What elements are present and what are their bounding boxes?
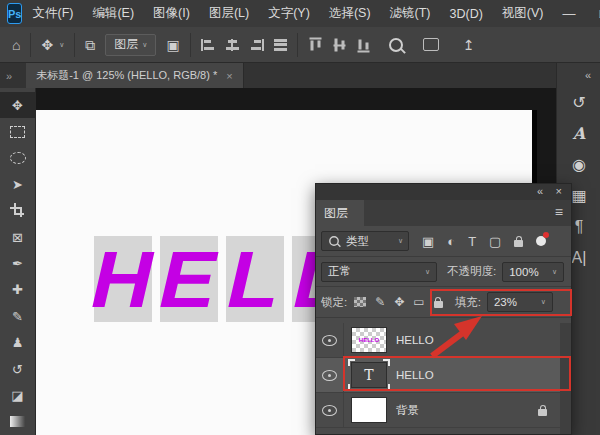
visibility-cell[interactable]: [316, 393, 344, 427]
tool-clone-stamp[interactable]: ♟: [0, 330, 36, 356]
menu-filter[interactable]: 滤镜(T): [390, 5, 431, 22]
swatches-panel-icon[interactable]: ▦: [571, 188, 586, 204]
lock-artboard-icon[interactable]: ▭: [413, 296, 424, 308]
filter-adjustment-layers-icon[interactable]: ◐: [447, 235, 455, 248]
thumbnail-text: HELLO: [359, 337, 379, 343]
align-right-icon[interactable]: [249, 39, 264, 51]
visibility-cell[interactable]: [316, 323, 344, 357]
move-tool-icon[interactable]: ✥: [41, 38, 53, 52]
marquee-icon: [10, 126, 25, 138]
visibility-cell[interactable]: [316, 358, 344, 392]
share-icon[interactable]: ↥: [463, 38, 475, 52]
character-panel-icon[interactable]: A|: [572, 250, 587, 266]
tool-frame[interactable]: ⊠: [0, 224, 36, 250]
menu-image[interactable]: 图像(I): [153, 5, 190, 22]
menu-select[interactable]: 选择(S): [329, 5, 371, 22]
paragraph-panel-icon[interactable]: ¶: [575, 219, 584, 235]
tool-crop[interactable]: [0, 198, 36, 224]
auto-select-target-dropdown[interactable]: 图层 ∨: [105, 34, 156, 56]
annotation-arrow: [424, 312, 494, 360]
canvas-letter: E: [152, 238, 227, 320]
dock-collapse-icon[interactable]: «: [585, 69, 591, 81]
glyphs-panel-icon[interactable]: A: [573, 126, 585, 142]
align-bottom-icon[interactable]: [357, 37, 369, 52]
menu-bar: Ps 文件(F) 编辑(E) 图像(I) 图层(L) 文字(Y) 选择(S) 滤…: [0, 0, 600, 28]
menu-file[interactable]: 文件(F): [32, 5, 73, 22]
lock-transparent-pixels-icon[interactable]: [354, 297, 366, 307]
gradient-icon: [10, 416, 25, 427]
tool-move[interactable]: ✥: [0, 92, 36, 118]
history-panel-icon[interactable]: ↺: [572, 95, 585, 111]
align-center-horizontal-icon[interactable]: [226, 39, 239, 51]
menu-view[interactable]: 视图(V): [502, 5, 544, 22]
layer-name: 背景: [396, 403, 419, 418]
layer-filter-type-dropdown[interactable]: 类型 ∨: [321, 231, 409, 251]
panel-menu-icon[interactable]: ≡: [555, 204, 563, 220]
panel-close-icon[interactable]: ×: [556, 185, 562, 197]
auto-select-icon[interactable]: ⧉: [85, 38, 95, 52]
tool-eraser[interactable]: ◪: [0, 382, 36, 408]
crop-icon: [11, 204, 24, 217]
menu-3d[interactable]: 3D(D): [450, 7, 483, 21]
filter-type-layers-icon[interactable]: T: [468, 235, 476, 248]
tool-object-selection[interactable]: ➤: [0, 171, 36, 197]
lock-image-pixels-icon[interactable]: ✎: [375, 296, 385, 308]
tab-layers[interactable]: 图层: [316, 200, 364, 226]
layer-thumbnail[interactable]: HELLO: [351, 327, 387, 353]
menu-edit[interactable]: 编辑(E): [92, 5, 134, 22]
distribute-icon[interactable]: [274, 39, 287, 51]
canvas-letter: H: [83, 238, 163, 320]
filter-smart-object-icon[interactable]: [514, 240, 523, 247]
blend-mode-dropdown[interactable]: 正常 ∨: [321, 262, 437, 282]
divider: [297, 33, 298, 57]
letter-strip: L: [226, 236, 284, 322]
tool-eyedropper[interactable]: ✒: [0, 250, 36, 276]
canvas-hello-text: H E L L: [94, 236, 350, 322]
lock-position-icon[interactable]: ✥: [394, 296, 404, 308]
tool-spot-healing[interactable]: ✚: [0, 277, 36, 303]
panel-collapse-icon[interactable]: «: [537, 185, 543, 197]
auto-select-target-label: 图层: [114, 36, 138, 53]
align-left-icon[interactable]: [201, 39, 216, 51]
filter-shape-layers-icon[interactable]: ▢: [489, 235, 501, 248]
letter-strip: E: [160, 236, 218, 322]
tool-marquee[interactable]: [0, 118, 36, 144]
divider: [190, 33, 191, 57]
opacity-dropdown[interactable]: 100% ∨: [502, 262, 564, 282]
document-tab-bar: » 未标题-1 @ 125% (HELLO, RGB/8) * ×: [0, 63, 600, 88]
filter-toggle-icon[interactable]: [536, 236, 546, 246]
zoom-icon[interactable]: [389, 38, 403, 52]
chevron-down-icon: ∨: [546, 268, 557, 276]
tab-close-icon[interactable]: ×: [226, 70, 232, 82]
layers-panel-tabrow: 图层 ≡: [316, 200, 571, 226]
blend-mode-value: 正常: [328, 264, 351, 279]
layer-row-background[interactable]: 背景: [316, 393, 561, 428]
tool-brush[interactable]: ✎: [0, 303, 36, 329]
chevron-down-icon[interactable]: ∨: [59, 41, 64, 49]
color-panel-icon[interactable]: ◉: [572, 157, 586, 173]
lock-label: 锁定:: [321, 295, 347, 310]
menu-layer[interactable]: 图层(L): [209, 5, 249, 22]
canvas-letter: L: [220, 238, 290, 320]
chevron-down-icon: ∨: [398, 237, 403, 245]
screen-mode-icon[interactable]: [423, 38, 439, 51]
home-icon[interactable]: ⌂: [12, 38, 20, 52]
minimize-button[interactable]: —: [563, 7, 576, 20]
document-tab[interactable]: 未标题-1 @ 125% (HELLO, RGB/8) * ×: [26, 63, 244, 88]
show-transform-controls-icon[interactable]: ▣: [166, 38, 179, 52]
layer-thumbnail[interactable]: [351, 397, 387, 423]
layers-panel-header: « ×: [316, 184, 571, 200]
toolbar-overflow-icon[interactable]: »: [6, 70, 12, 82]
letter-strip: H: [94, 236, 152, 322]
opacity-label: 不透明度:: [447, 264, 496, 279]
eye-icon: [322, 405, 337, 416]
filter-pixel-layers-icon[interactable]: ▣: [422, 235, 434, 248]
tool-gradient[interactable]: [0, 409, 36, 435]
tool-history-brush[interactable]: ↺: [0, 356, 36, 382]
opacity-value: 100%: [509, 266, 538, 278]
document-title: 未标题-1 @ 125% (HELLO, RGB/8) *: [36, 68, 217, 83]
align-center-vertical-icon[interactable]: [333, 38, 345, 51]
tool-lasso[interactable]: [0, 145, 36, 171]
menu-type[interactable]: 文字(Y): [268, 5, 310, 22]
align-top-icon[interactable]: [309, 37, 321, 52]
